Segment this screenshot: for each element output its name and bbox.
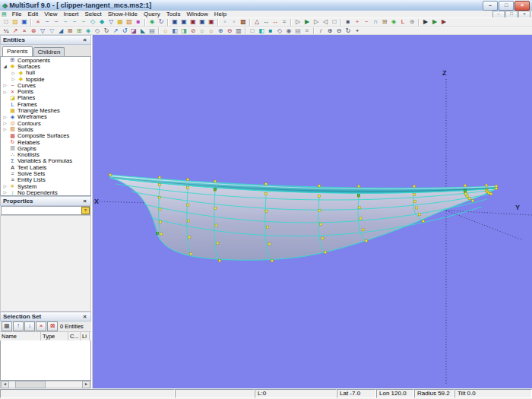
selection-list-body[interactable]: [0, 340, 91, 381]
display-quick-button[interactable]: ◇: [275, 27, 284, 35]
view-perspective-button[interactable]: ▣: [198, 18, 207, 26]
control-point[interactable]: [359, 217, 362, 220]
tree-item-topside[interactable]: ▷◆topside: [1, 76, 90, 82]
mdi-restore-button[interactable]: □: [505, 11, 518, 18]
control-point[interactable]: [466, 195, 468, 198]
ruler-button[interactable]: ≡: [302, 27, 312, 35]
refresh-view-button[interactable]: ↻: [344, 27, 353, 35]
zoom-in-button[interactable]: ⊕: [325, 27, 334, 35]
control-point[interactable]: [321, 237, 324, 239]
symmetry-button[interactable]: ⊞: [380, 18, 389, 26]
tree-item-graphs[interactable]: ▥Graphs: [1, 145, 90, 151]
selection-hscrollbar[interactable]: ◄ ►: [0, 381, 91, 388]
properties-close-icon[interactable]: ×: [81, 198, 88, 204]
tolerance-button[interactable]: =: [280, 18, 289, 26]
join-button[interactable]: ⊞: [74, 27, 84, 35]
expander-closed-icon[interactable]: ▷: [2, 121, 8, 125]
control-point[interactable]: [160, 233, 163, 236]
maximize-button[interactable]: □: [499, 1, 514, 11]
tab-children[interactable]: Children: [33, 47, 65, 56]
control-point[interactable]: [215, 224, 217, 226]
control-point[interactable]: [187, 187, 189, 189]
control-point[interactable]: [159, 208, 161, 211]
magnet-point[interactable]: [358, 195, 360, 197]
blank-others-button[interactable]: ⊘: [188, 27, 198, 35]
tree-item-entity-lists[interactable]: ≡Entity Lists: [1, 177, 90, 183]
control-point[interactable]: [413, 201, 416, 203]
selection-close-icon[interactable]: ×: [81, 313, 88, 320]
control-point[interactable]: [265, 193, 268, 195]
split-curve-button[interactable]: ◢: [56, 27, 65, 35]
mdi-close-button[interactable]: ×: [518, 11, 530, 18]
control-point[interactable]: [159, 196, 161, 198]
mirror-button[interactable]: ◪: [129, 27, 138, 35]
select-parents-button[interactable]: ▷: [293, 18, 302, 26]
expander-closed-icon[interactable]: ▷: [11, 77, 16, 81]
tree-item-contours[interactable]: ▷◎Contours: [1, 120, 90, 126]
insert-composite-button[interactable]: ◈: [147, 18, 157, 26]
tab-parents[interactable]: Parents: [2, 46, 33, 56]
expander-closed-icon[interactable]: ▷: [2, 127, 8, 131]
control-point[interactable]: [490, 193, 492, 195]
insert-blended-surface-button[interactable]: ◆: [97, 18, 106, 26]
select-query-cursor-button[interactable]: ▶: [439, 18, 448, 26]
menu-file[interactable]: File: [9, 11, 25, 17]
tree-item-relabels[interactable]: ↻Relabels: [1, 139, 90, 145]
offset-out-button[interactable]: ↔: [271, 18, 280, 26]
control-point[interactable]: [325, 252, 327, 254]
tree-item-wireframes[interactable]: ▷◈Wireframes: [1, 114, 90, 120]
control-point[interactable]: [358, 207, 360, 209]
expander-closed-icon[interactable]: ▷: [11, 71, 16, 75]
control-point[interactable]: [318, 210, 321, 212]
expander-closed-icon[interactable]: ▷: [2, 184, 8, 188]
expander-closed-icon[interactable]: ▷: [2, 90, 8, 94]
menu-query[interactable]: Query: [141, 11, 163, 17]
divide-segments-button[interactable]: ¼: [2, 27, 11, 35]
edit-definition-button[interactable]: ■: [344, 18, 353, 26]
display-rendered-button[interactable]: ■: [266, 27, 275, 35]
expander-closed-icon[interactable]: ▷: [2, 190, 8, 195]
control-point[interactable]: [214, 180, 217, 182]
hide-all-button[interactable]: ⊖: [225, 27, 234, 35]
select-add-cursor-button[interactable]: ▶: [430, 18, 439, 26]
control-point[interactable]: [265, 210, 268, 212]
insert-cube-button[interactable]: ■: [134, 18, 143, 26]
scale-button[interactable]: ◣: [138, 27, 147, 35]
control-point[interactable]: [318, 195, 321, 198]
menu-edit[interactable]: Edit: [25, 11, 42, 17]
select-children-button[interactable]: ▶: [302, 18, 312, 26]
control-point[interactable]: [418, 214, 420, 216]
insert-mesh-button[interactable]: ▦: [116, 18, 125, 26]
expander-open-icon[interactable]: ◢: [2, 64, 8, 68]
insert-point-button[interactable]: ×: [33, 18, 43, 26]
column-header-type[interactable]: Type: [41, 332, 68, 340]
pan-view-button[interactable]: +: [353, 27, 362, 35]
view-front-button[interactable]: ▣: [170, 18, 179, 26]
edit-curve-button[interactable]: ~: [362, 18, 371, 26]
menu-window[interactable]: Window: [183, 11, 211, 17]
show-parents-button[interactable]: ☼: [198, 27, 207, 35]
control-point[interactable]: [188, 220, 190, 222]
show-all-button[interactable]: ⊕: [216, 27, 225, 35]
control-point[interactable]: [366, 240, 368, 242]
control-point[interactable]: [496, 188, 498, 190]
control-point[interactable]: [464, 185, 467, 187]
control-point[interactable]: [496, 185, 498, 188]
tree-item-planes[interactable]: ◪Planes: [1, 95, 90, 101]
open-file-button[interactable]: ▨: [11, 18, 20, 26]
tree-item-composite-surfaces[interactable]: ▩Composite Surfaces: [1, 133, 90, 139]
menu-help[interactable]: Help: [211, 11, 230, 17]
trim-button[interactable]: ▽: [38, 27, 47, 35]
control-point[interactable]: [271, 260, 274, 262]
snap-point-button[interactable]: ▫: [230, 18, 239, 26]
unblank-entity-button[interactable]: ◨: [179, 27, 188, 35]
control-point[interactable]: [219, 260, 221, 262]
drag-point-button[interactable]: +: [353, 18, 362, 26]
untrim-button[interactable]: ▽: [47, 27, 56, 35]
control-point[interactable]: [486, 184, 488, 186]
control-point[interactable]: [472, 200, 474, 202]
blank-entity-button[interactable]: ◧: [170, 27, 179, 35]
detach-button[interactable]: ⊗: [29, 27, 38, 35]
insert-snake-button[interactable]: ~: [79, 18, 88, 26]
insert-arc-button[interactable]: ~: [52, 18, 61, 26]
